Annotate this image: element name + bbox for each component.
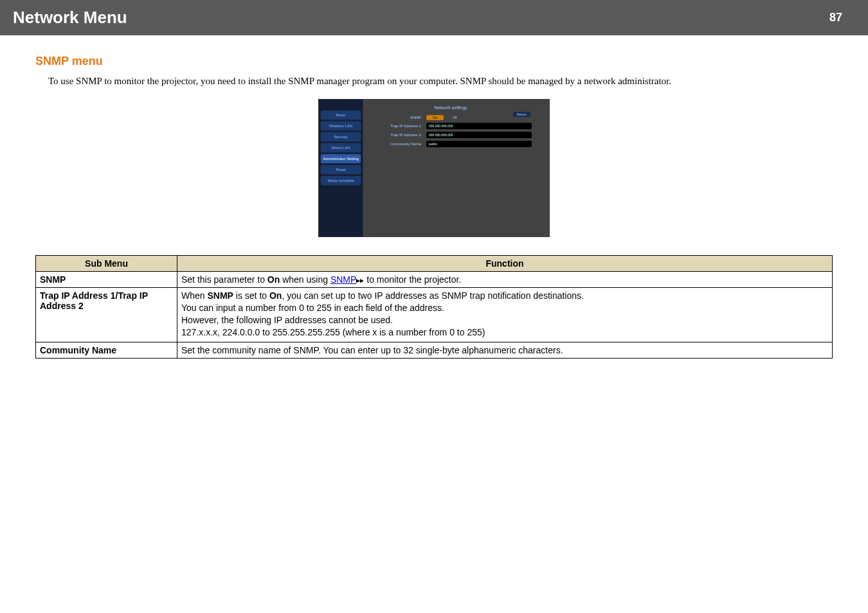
row-trap-function: When SNMP is set to On, you can set up t… xyxy=(177,288,833,342)
snmp-link[interactable]: SNMP xyxy=(330,274,356,285)
trap2-label: Trap IP Address 2 xyxy=(370,133,421,137)
page-header: Network Menu 87 xyxy=(0,0,868,35)
screenshot-title: Network settings xyxy=(370,105,532,110)
th-submenu: Sub Menu xyxy=(36,256,177,272)
text-fragment: is set to xyxy=(233,290,269,301)
sidebar-item-reset: Reset xyxy=(321,165,361,174)
text-snmp-bold: SNMP xyxy=(207,290,233,301)
table-row: Community Name Set the community name of… xyxy=(36,342,833,359)
snmp-off: Off xyxy=(448,115,462,120)
sidebar-item-basic: Basic xyxy=(321,111,361,120)
row-community-function: Set the community name of SNMP. You can … xyxy=(177,342,833,359)
embedded-screenshot: Basic Wireless LAN Security Wired LAN Ad… xyxy=(35,99,833,237)
sidebar-item-administrator: Administrator Setting xyxy=(321,154,361,163)
text-on: On xyxy=(267,274,280,285)
text-on-bold: On xyxy=(269,290,282,301)
text-fragment: When xyxy=(181,290,207,301)
trap1-value: 000.000.000.000 xyxy=(426,123,532,129)
section-heading: SNMP menu xyxy=(35,55,833,68)
snmp-toggle-label: SNMP xyxy=(370,116,421,120)
page-content: SNMP menu To use SNMP to monitor the pro… xyxy=(0,35,868,371)
text-fragment: to monitor the projector. xyxy=(364,274,461,285)
row-trap-label: Trap IP Address 1/Trap IP Address 2 xyxy=(36,288,177,342)
text-line: You can input a number from 0 to 255 in … xyxy=(181,303,828,313)
sidebar-item-security: Security xyxy=(321,132,361,141)
th-function: Function xyxy=(177,256,833,272)
page-number: 87 xyxy=(829,11,842,24)
text-line: However, the following IP addresses cann… xyxy=(181,315,828,325)
screenshot-sidebar: Basic Wireless LAN Security Wired LAN Ad… xyxy=(318,99,363,237)
row-snmp-function: Set this parameter to On when using SNMP… xyxy=(177,272,833,288)
function-table: Sub Menu Function SNMP Set this paramete… xyxy=(35,255,833,359)
table-row: SNMP Set this parameter to On when using… xyxy=(36,272,833,288)
arrow-right-icon: ▸▸ xyxy=(356,276,364,284)
community-label: Community Name xyxy=(370,142,421,146)
sidebar-item-wiredlan: Wired LAN xyxy=(321,143,361,152)
return-button: Return xyxy=(513,112,530,117)
text-line: 127.x.x.x, 224.0.0.0 to 255.255.255.255 … xyxy=(181,327,828,337)
community-value: public xyxy=(426,141,532,147)
text-fragment: Set this parameter to xyxy=(181,274,267,285)
text-fragment: when using xyxy=(280,274,330,285)
trap2-value: 000.000.000.000 xyxy=(426,132,532,138)
sidebar-item-setup-complete: Setup complete xyxy=(321,176,361,185)
text-fragment: , you can set up to two IP addresses as … xyxy=(282,290,584,301)
intro-text: To use SNMP to monitor the projector, yo… xyxy=(48,75,833,87)
row-community-label: Community Name xyxy=(36,342,177,359)
sidebar-item-wirelesslan: Wireless LAN xyxy=(321,121,361,130)
trap1-label: Trap IP Address 1 xyxy=(370,124,421,128)
table-row: Trap IP Address 1/Trap IP Address 2 When… xyxy=(36,288,833,342)
snmp-on: On xyxy=(426,115,444,120)
screenshot-main: Network settings Return SNMP On Off Trap… xyxy=(363,99,550,237)
row-snmp-label: SNMP xyxy=(36,272,177,288)
page-title: Network Menu xyxy=(13,8,127,28)
